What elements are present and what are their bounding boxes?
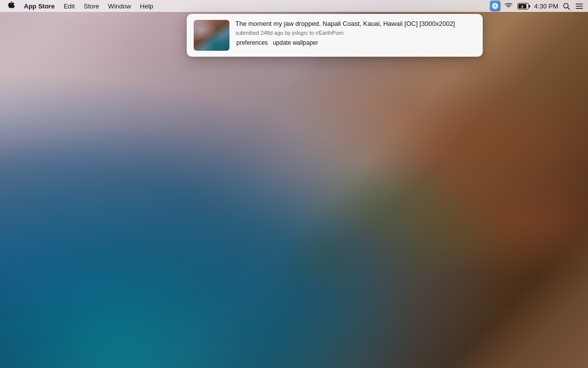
menu-appstore[interactable]: App Store xyxy=(20,1,59,11)
menubar-right: ⚡ 4:30 PM xyxy=(490,0,584,11)
notification-subtitle: submitted 248d ago by jnlsgrc to r/Earth… xyxy=(235,30,476,36)
svg-line-7 xyxy=(568,7,570,9)
wifi-icon[interactable] xyxy=(504,1,514,11)
notification-content: The moment my jaw dropped. Napali Coast,… xyxy=(235,20,476,47)
thumbnail-image xyxy=(194,20,229,51)
notification-title: The moment my jaw dropped. Napali Coast,… xyxy=(235,20,476,28)
battery-icon[interactable]: ⚡ xyxy=(516,1,531,11)
notification-thumbnail xyxy=(194,20,229,51)
notification-popup: The moment my jaw dropped. Napali Coast,… xyxy=(187,14,483,57)
menu-help[interactable]: Help xyxy=(136,1,157,11)
menubar: App Store Edit Store Window Help xyxy=(0,0,588,12)
search-icon[interactable] xyxy=(561,1,571,11)
preferences-button[interactable]: preferences xyxy=(235,39,269,47)
notification-center-icon[interactable] xyxy=(574,1,584,11)
svg-rect-3 xyxy=(529,5,530,7)
menu-window[interactable]: Window xyxy=(104,1,135,11)
svg-text:⚡: ⚡ xyxy=(520,4,524,9)
apple-menu[interactable] xyxy=(4,1,19,10)
svg-point-1 xyxy=(494,4,496,6)
menu-edit[interactable]: Edit xyxy=(60,1,78,11)
clock: 4:30 PM xyxy=(534,2,558,10)
wallpaper-app-icon[interactable] xyxy=(490,0,501,11)
menu-store[interactable]: Store xyxy=(80,1,103,11)
update-wallpaper-button[interactable]: update wallpaper xyxy=(272,39,319,47)
notification-actions: preferences update wallpaper xyxy=(235,39,476,47)
menubar-left: App Store Edit Store Window Help xyxy=(4,1,157,11)
